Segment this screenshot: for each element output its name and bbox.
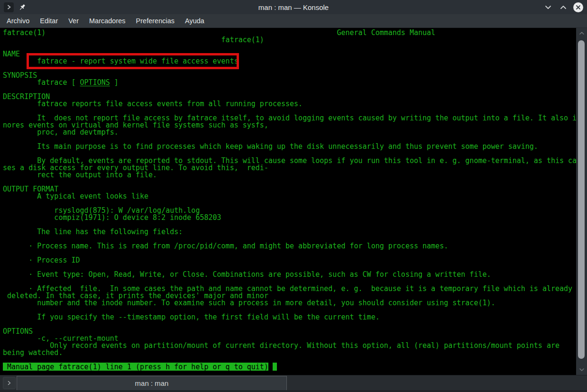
terminal-text: fatrace(1) General Commands Manual fatra… — [3, 29, 576, 371]
tab-man[interactable]: man : man — [17, 376, 287, 390]
scroll-up-button[interactable] — [576, 28, 587, 38]
tab-bar: man : man — [0, 375, 587, 392]
menu-item-archivo[interactable]: Archivo — [1, 15, 35, 27]
terminal-line — [3, 65, 576, 72]
terminal-line: number and the inode number. To examine … — [3, 300, 576, 307]
scrollbar — [576, 28, 587, 375]
terminal-line — [3, 179, 576, 186]
menu-item-ver[interactable]: Ver — [63, 15, 84, 27]
terminal-line: fatrace(1) — [3, 36, 576, 44]
terminal-line: proc, and devtmpfs. — [3, 129, 576, 136]
terminal-line: fatrace reports file access events from … — [3, 100, 576, 108]
terminal-line: A typical event looks like — [3, 193, 576, 200]
window-controls — [543, 2, 583, 12]
terminal-line: fatrace [ OPTIONS ] — [3, 79, 576, 86]
terminal-line: If you specify the --timestamp option, t… — [3, 314, 576, 321]
terminal-line: compiz(1971): O device 8:2 inode 658203 — [3, 214, 576, 221]
menu-bar: ArchivoEditarVerMarcadoresPreferenciasAy… — [0, 14, 587, 28]
terminal-line: · Event type: Open, Read, Write, or Clos… — [3, 271, 576, 278]
menu-item-marcadores[interactable]: Marcadores — [84, 15, 131, 27]
scrollbar-track[interactable] — [576, 38, 587, 365]
terminal-line: rect the output into a file. — [3, 172, 576, 179]
terminal-line — [3, 321, 576, 328]
terminal-line: Manual page fatrace(1) line 1 (press h f… — [3, 364, 576, 371]
terminal-line — [3, 250, 576, 257]
konsole-window: man : man — Konsole ArchivoEditarVerMarc… — [0, 0, 587, 392]
terminal-line: · Process name. This is read from /proc/… — [3, 243, 576, 250]
terminal-line — [3, 86, 576, 93]
window-title: man : man — Konsole — [0, 3, 587, 11]
window-menu-button[interactable] — [4, 2, 14, 12]
chevron-right-icon — [7, 381, 11, 385]
scrollbar-thumb[interactable] — [578, 40, 585, 359]
menu-item-preferencias[interactable]: Preferencias — [131, 15, 180, 27]
menu-item-ayuda[interactable]: Ayuda — [180, 15, 210, 27]
tab-label: man : man — [135, 379, 169, 387]
scroll-down-button[interactable] — [576, 365, 587, 375]
chevron-down-icon — [545, 5, 551, 9]
chevron-up-icon — [579, 31, 585, 35]
terminal-line — [3, 44, 576, 51]
terminal-prompt-icon — [7, 5, 11, 9]
close-icon — [576, 5, 581, 10]
terminal-line: · Process ID — [3, 257, 576, 264]
terminal-line: being watched. — [3, 349, 576, 356]
terminal-line: Its main purpose is to find processes wh… — [3, 143, 576, 150]
close-button[interactable] — [573, 2, 583, 12]
chevron-down-icon — [579, 368, 585, 372]
title-bar: man : man — Konsole — [0, 0, 587, 14]
terminal-line: The line has the following fields: — [3, 228, 576, 236]
terminal-area[interactable]: fatrace(1) General Commands Manual fatra… — [0, 28, 587, 375]
maximize-button[interactable] — [558, 2, 569, 12]
terminal-line: Only record events on partition/mount of… — [3, 342, 576, 349]
pin-icon[interactable] — [18, 3, 27, 11]
minimize-button[interactable] — [543, 2, 553, 12]
menu-item-editar[interactable]: Editar — [35, 15, 63, 27]
chevron-up-icon — [560, 5, 567, 9]
terminal-line: fatrace - report system wide file access… — [3, 58, 576, 65]
tab-expand-button[interactable] — [3, 377, 16, 389]
